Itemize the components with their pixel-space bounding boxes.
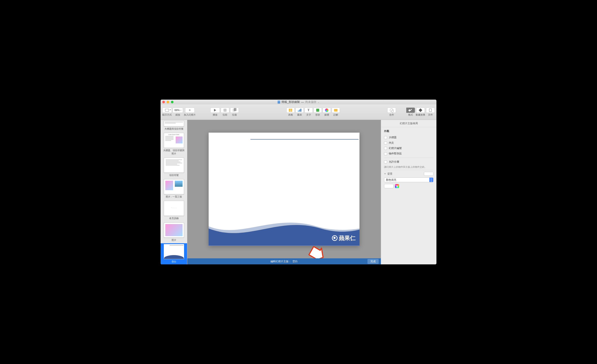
master-thumb-selected[interactable]: 空白 [161,243,187,264]
master-thumb[interactable]: 照片 [161,222,187,243]
toolbar: 顯示方式 68%▾ 縮放 + 加入幻燈片 播放 往前 往後 表格 圖表 T文字 [161,104,436,120]
document-icon [278,101,280,103]
save-status: 尚未儲存 [305,100,316,104]
next-button[interactable] [230,108,239,113]
checkbox-body[interactable]: 內文 [384,140,433,146]
done-button[interactable]: 完成 [368,259,379,264]
view-icon [165,109,169,111]
checkbox-slide-number[interactable]: 幻燈片編號 [384,146,433,151]
traffic-lights [162,101,173,103]
brush-icon [409,108,413,112]
add-slide-button[interactable]: + [185,108,195,113]
main-area: 大標題與項目符號 Lorem Ipsum Dolor 大標題、項目符號與照片 項… [161,120,436,264]
app-window: 簡報_形狀繪製 — 尚未儲存 ⌄ 顯示方式 68%▾ 縮放 + 加入幻燈片 播放… [161,100,436,264]
chevron-down-icon[interactable]: ⌄ [318,101,319,103]
prev-button[interactable] [221,108,229,113]
zoom-label: 縮放 [175,113,180,116]
titlebar: 簡報_形狀繪製 — 尚未儲存 ⌄ [161,100,436,104]
canvas-scroll[interactable]: 蘋果仁 [187,120,381,258]
master-thumb[interactable]: 「…………」 名言語錄 [161,200,187,222]
document-tab[interactable] [426,108,435,113]
checkbox-placeholder[interactable]: 物件暫存區 [384,151,433,156]
play-button[interactable] [210,108,220,113]
shape-icon [316,109,319,112]
media-button[interactable] [323,108,331,113]
close-window-button[interactable] [162,101,165,103]
slide-logo: 蘋果仁 [332,234,356,242]
allow-layer-description: 讓幻燈片上的物件與主版上的物件交錯。 [384,165,433,169]
diamond-icon [419,109,422,112]
collaborate-icon [390,109,393,112]
format-tab[interactable] [406,108,415,113]
play-icon [214,109,216,111]
logo-ring-icon [332,235,338,241]
fill-type-select[interactable]: 顏色填充 ▲▼ [384,177,433,182]
zoom-window-button[interactable] [171,101,173,103]
prev-label: 往前 [223,113,227,116]
prev-icon [223,109,227,112]
background-preview-swatch[interactable] [424,172,433,176]
checkbox-icon [384,142,387,144]
canvas-area: 蘋果仁 編輯幻燈片主版： 空白 完成 [187,120,381,264]
next-label: 往後 [232,113,237,116]
master-edit-bar: 編輯幻燈片主版： 空白 完成 [187,258,381,264]
master-thumb[interactable]: 照片 - 一頁三張 [161,178,187,200]
slide-master[interactable]: 蘋果仁 [209,133,360,246]
view-label: 顯示方式 [162,113,172,116]
zoom-dropdown[interactable]: 68%▾ [173,108,183,113]
master-thumb[interactable]: 項目符號 [161,157,187,178]
edit-bar-value: 空白 [292,260,298,263]
document-icon [429,109,432,112]
table-button[interactable] [286,108,295,113]
checkbox-icon [384,136,387,139]
checkbox-icon [384,147,387,150]
text-button[interactable]: T [305,108,313,113]
text-icon: T [307,109,309,112]
select-stepper-icon: ▲▼ [429,178,433,182]
color-picker-button[interactable] [395,184,399,188]
checkbox-icon [384,160,387,163]
master-thumb[interactable]: 大標題與項目符號 [161,120,187,132]
chart-button[interactable] [296,108,304,113]
comment-button[interactable] [332,108,340,113]
background-disclosure[interactable]: ▼背景 [384,172,393,176]
animate-tab[interactable] [416,108,425,113]
checkbox-icon [384,152,387,155]
chart-icon [298,109,301,112]
window-title: 簡報_形狀繪製 — 尚未儲存 ⌄ [161,100,436,104]
inspector-title: 幻燈片主版佈局 [381,120,436,127]
document-title: 簡報_形狀繪製 [282,100,300,104]
slide-divider-line [251,139,359,140]
checkbox-allow-layer[interactable]: 允許分層 [384,159,433,165]
table-icon [289,109,292,112]
inspector-panel: 幻燈片主版佈局 外觀 大標題 內文 幻燈片編號 物件暫存區 允許分層 讓幻燈片上… [381,120,436,264]
plus-icon: + [189,108,191,112]
edit-bar-label: 編輯幻燈片主版： [270,260,291,263]
minimize-window-button[interactable] [167,101,169,103]
appearance-heading: 外觀 [384,129,433,133]
add-slide-label: 加入幻燈片 [184,113,196,116]
play-label: 播放 [213,113,218,116]
chevron-down-icon: ▾ [181,109,181,111]
slide-navigator[interactable]: 大標題與項目符號 Lorem Ipsum Dolor 大標題、項目符號與照片 項… [161,120,187,264]
master-thumb[interactable]: Lorem Ipsum Dolor 大標題、項目符號與照片 [161,132,187,157]
view-mode-button[interactable] [162,108,172,113]
checkbox-title[interactable]: 大標題 [384,135,433,140]
media-icon [325,109,329,112]
shape-button[interactable] [314,108,322,113]
color-well[interactable] [384,184,393,188]
collaborate-button[interactable] [387,108,396,113]
title-dash: — [301,101,304,104]
disclosure-triangle-icon: ▼ [384,173,386,175]
comment-icon [334,109,338,111]
